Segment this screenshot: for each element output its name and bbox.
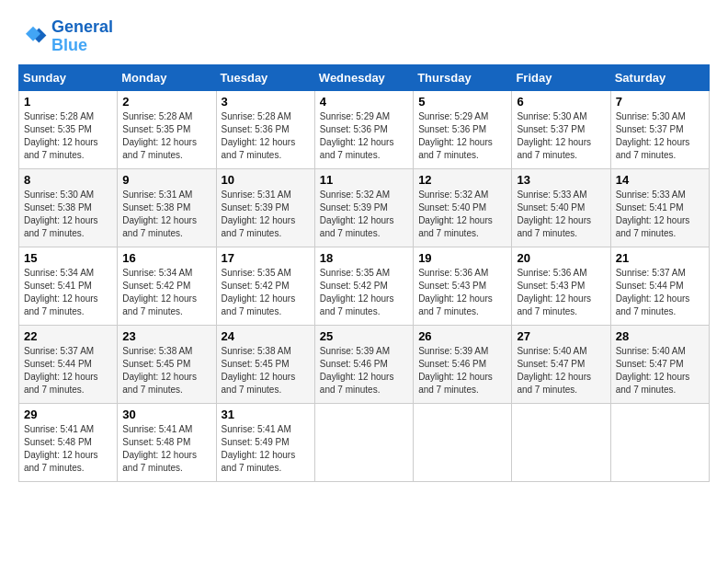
day-info: Sunrise: 5:34 AMSunset: 5:42 PMDaylight:…: [122, 267, 210, 318]
day-number: 9: [122, 173, 210, 187]
day-cell: 12Sunrise: 5:32 AMSunset: 5:40 PMDayligh…: [414, 168, 512, 247]
day-info: Sunrise: 5:32 AMSunset: 5:40 PMDaylight:…: [418, 189, 506, 240]
day-cell: [610, 403, 709, 481]
day-number: 21: [616, 251, 704, 265]
day-number: 8: [24, 173, 112, 187]
logo-text: General Blue: [51, 18, 113, 55]
day-cell: 22Sunrise: 5:37 AMSunset: 5:44 PMDayligh…: [19, 325, 118, 403]
day-cell: 16Sunrise: 5:34 AMSunset: 5:42 PMDayligh…: [118, 247, 216, 325]
day-number: 1: [24, 95, 112, 109]
day-number: 31: [222, 408, 310, 421]
day-info: Sunrise: 5:33 AMSunset: 5:41 PMDaylight:…: [616, 189, 704, 240]
week-row-3: 15Sunrise: 5:34 AMSunset: 5:41 PMDayligh…: [19, 247, 710, 325]
day-number: 23: [122, 329, 210, 343]
day-header-thursday: Thursday: [414, 64, 512, 90]
day-cell: 24Sunrise: 5:38 AMSunset: 5:45 PMDayligh…: [216, 325, 314, 403]
day-number: 12: [418, 173, 506, 187]
day-number: 17: [222, 251, 310, 265]
day-number: 22: [24, 329, 112, 343]
day-number: 7: [616, 95, 704, 109]
day-cell: 3Sunrise: 5:28 AMSunset: 5:36 PMDaylight…: [216, 90, 314, 168]
day-info: Sunrise: 5:35 AMSunset: 5:42 PMDaylight:…: [320, 267, 408, 318]
day-cell: 25Sunrise: 5:39 AMSunset: 5:46 PMDayligh…: [314, 325, 413, 403]
calendar-header: SundayMondayTuesdayWednesdayThursdayFrid…: [19, 64, 710, 90]
day-cell: 15Sunrise: 5:34 AMSunset: 5:41 PMDayligh…: [19, 247, 118, 325]
day-cell: [512, 403, 610, 481]
day-number: 14: [616, 173, 704, 187]
day-info: Sunrise: 5:39 AMSunset: 5:46 PMDaylight:…: [418, 345, 506, 396]
day-info: Sunrise: 5:37 AMSunset: 5:44 PMDaylight:…: [616, 267, 704, 318]
day-info: Sunrise: 5:30 AMSunset: 5:37 PMDaylight:…: [616, 110, 704, 162]
day-header-friday: Friday: [512, 64, 610, 90]
day-info: Sunrise: 5:30 AMSunset: 5:37 PMDaylight:…: [517, 110, 605, 162]
day-number: 28: [616, 329, 704, 343]
day-cell: 10Sunrise: 5:31 AMSunset: 5:39 PMDayligh…: [216, 168, 314, 247]
day-header-saturday: Saturday: [610, 64, 709, 90]
day-info: Sunrise: 5:32 AMSunset: 5:39 PMDaylight:…: [320, 189, 408, 240]
day-cell: 18Sunrise: 5:35 AMSunset: 5:42 PMDayligh…: [314, 247, 413, 325]
day-number: 13: [517, 173, 605, 187]
day-cell: 7Sunrise: 5:30 AMSunset: 5:37 PMDaylight…: [610, 90, 709, 168]
day-number: 10: [222, 173, 310, 187]
day-info: Sunrise: 5:31 AMSunset: 5:38 PMDaylight:…: [122, 189, 210, 240]
day-number: 5: [418, 95, 506, 109]
day-cell: 23Sunrise: 5:38 AMSunset: 5:45 PMDayligh…: [118, 325, 216, 403]
day-cell: 17Sunrise: 5:35 AMSunset: 5:42 PMDayligh…: [216, 247, 314, 325]
day-info: Sunrise: 5:33 AMSunset: 5:40 PMDaylight:…: [517, 189, 605, 240]
day-info: Sunrise: 5:36 AMSunset: 5:43 PMDaylight:…: [418, 267, 506, 318]
week-row-2: 8Sunrise: 5:30 AMSunset: 5:38 PMDaylight…: [19, 168, 710, 247]
day-number: 26: [418, 329, 506, 343]
week-row-5: 29Sunrise: 5:41 AMSunset: 5:48 PMDayligh…: [19, 403, 710, 481]
day-cell: [414, 403, 512, 481]
day-number: 25: [320, 329, 408, 343]
day-info: Sunrise: 5:28 AMSunset: 5:35 PMDaylight:…: [24, 110, 112, 162]
day-cell: 20Sunrise: 5:36 AMSunset: 5:43 PMDayligh…: [512, 247, 610, 325]
day-cell: 28Sunrise: 5:40 AMSunset: 5:47 PMDayligh…: [610, 325, 709, 403]
day-cell: 29Sunrise: 5:41 AMSunset: 5:48 PMDayligh…: [19, 403, 118, 481]
day-info: Sunrise: 5:39 AMSunset: 5:46 PMDaylight:…: [320, 345, 408, 396]
day-info: Sunrise: 5:29 AMSunset: 5:36 PMDaylight:…: [418, 110, 506, 162]
day-number: 16: [122, 251, 210, 265]
day-cell: 27Sunrise: 5:40 AMSunset: 5:47 PMDayligh…: [512, 325, 610, 403]
day-cell: 8Sunrise: 5:30 AMSunset: 5:38 PMDaylight…: [19, 168, 118, 247]
day-cell: 4Sunrise: 5:29 AMSunset: 5:36 PMDaylight…: [314, 90, 413, 168]
day-number: 20: [517, 251, 605, 265]
day-number: 29: [24, 408, 112, 421]
day-number: 11: [320, 173, 408, 187]
day-info: Sunrise: 5:35 AMSunset: 5:42 PMDaylight:…: [222, 267, 310, 318]
page-header: General Blue: [18, 18, 710, 55]
day-cell: 30Sunrise: 5:41 AMSunset: 5:48 PMDayligh…: [118, 403, 216, 481]
day-info: Sunrise: 5:28 AMSunset: 5:36 PMDaylight:…: [222, 110, 310, 162]
day-cell: 5Sunrise: 5:29 AMSunset: 5:36 PMDaylight…: [414, 90, 512, 168]
day-info: Sunrise: 5:38 AMSunset: 5:45 PMDaylight:…: [222, 345, 310, 396]
day-number: 4: [320, 95, 408, 109]
day-cell: 6Sunrise: 5:30 AMSunset: 5:37 PMDaylight…: [512, 90, 610, 168]
calendar-body: 1Sunrise: 5:28 AMSunset: 5:35 PMDaylight…: [19, 90, 710, 481]
day-number: 18: [320, 251, 408, 265]
calendar-table: SundayMondayTuesdayWednesdayThursdayFrid…: [18, 64, 710, 482]
day-cell: 2Sunrise: 5:28 AMSunset: 5:35 PMDaylight…: [118, 90, 216, 168]
day-cell: 11Sunrise: 5:32 AMSunset: 5:39 PMDayligh…: [314, 168, 413, 247]
day-header-sunday: Sunday: [19, 64, 118, 90]
day-info: Sunrise: 5:30 AMSunset: 5:38 PMDaylight:…: [24, 189, 112, 240]
day-number: 19: [418, 251, 506, 265]
day-number: 15: [24, 251, 112, 265]
day-info: Sunrise: 5:41 AMSunset: 5:49 PMDaylight:…: [222, 423, 310, 475]
day-info: Sunrise: 5:40 AMSunset: 5:47 PMDaylight:…: [616, 345, 704, 396]
day-cell: [314, 403, 413, 481]
day-info: Sunrise: 5:38 AMSunset: 5:45 PMDaylight:…: [122, 345, 210, 396]
day-cell: 13Sunrise: 5:33 AMSunset: 5:40 PMDayligh…: [512, 168, 610, 247]
day-cell: 31Sunrise: 5:41 AMSunset: 5:49 PMDayligh…: [216, 403, 314, 481]
day-header-tuesday: Tuesday: [216, 64, 314, 90]
day-info: Sunrise: 5:34 AMSunset: 5:41 PMDaylight:…: [24, 267, 112, 318]
day-info: Sunrise: 5:29 AMSunset: 5:36 PMDaylight:…: [320, 110, 408, 162]
logo-icon: [18, 22, 48, 52]
day-number: 27: [517, 329, 605, 343]
day-number: 30: [122, 408, 210, 421]
day-info: Sunrise: 5:28 AMSunset: 5:35 PMDaylight:…: [122, 110, 210, 162]
day-cell: 19Sunrise: 5:36 AMSunset: 5:43 PMDayligh…: [414, 247, 512, 325]
day-info: Sunrise: 5:41 AMSunset: 5:48 PMDaylight:…: [122, 423, 210, 475]
day-info: Sunrise: 5:37 AMSunset: 5:44 PMDaylight:…: [24, 345, 112, 396]
week-row-4: 22Sunrise: 5:37 AMSunset: 5:44 PMDayligh…: [19, 325, 710, 403]
day-number: 6: [517, 95, 605, 109]
